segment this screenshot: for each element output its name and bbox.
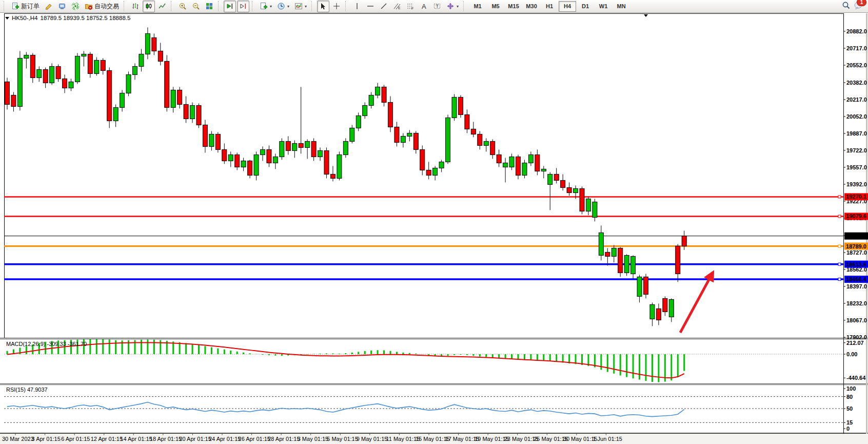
candle-body [280, 141, 284, 157]
ohlc-bars-icon [131, 2, 140, 10]
timeframe-button-m5[interactable]: M5 [487, 1, 504, 12]
line-handle[interactable] [838, 278, 841, 281]
period-button[interactable]: ▾ [275, 1, 291, 12]
fibonacci-tool-button[interactable]: F [404, 1, 417, 12]
candle-body [94, 60, 99, 73]
candle-body [337, 155, 342, 178]
gold-crayon-icon [45, 2, 53, 10]
candle-body [215, 134, 220, 149]
cursor-tool-button[interactable] [317, 1, 329, 12]
candle-body [50, 66, 54, 83]
candle-body [363, 105, 367, 115]
candle-body [292, 143, 297, 150]
candle-body [5, 82, 10, 104]
candle-body [548, 174, 553, 184]
candle-body [350, 128, 354, 141]
new-order-button[interactable]: 新订单 [9, 1, 42, 12]
candle-body [420, 149, 425, 170]
candle-body [88, 54, 92, 73]
candle-body [299, 143, 303, 147]
time-axis-label: 24 Apr 01:15 [209, 436, 241, 442]
axis-label: 19392.0 [846, 181, 867, 187]
axis-label: 0.00 [846, 351, 857, 357]
collapse-triangle-icon[interactable] [5, 17, 9, 20]
timeframe-button-m30[interactable]: M30 [523, 1, 540, 12]
time-axis-label: 5 May 01:15 [327, 436, 358, 442]
candle-body [599, 233, 603, 255]
equidistant-channel-tool-button[interactable]: E [391, 1, 403, 12]
line-chart-type-button[interactable] [156, 1, 168, 12]
time-axis-label: 20 Apr 01:15 [179, 436, 211, 442]
blue-terminal-icon [58, 2, 66, 10]
candle-body [43, 69, 48, 83]
timeframe-button-mn[interactable]: MN [613, 1, 630, 12]
candle-body [318, 150, 323, 157]
notifications-button[interactable]: 1 [854, 1, 863, 12]
horizontal-line-icon [366, 2, 374, 10]
candle-body [113, 107, 118, 121]
indicators-button[interactable]: ▾ [292, 1, 309, 12]
new-order-icon [11, 2, 19, 10]
timeframe-button-m1[interactable]: M1 [469, 1, 486, 12]
candle-body [407, 133, 412, 136]
crosshair-tool-button[interactable] [330, 1, 343, 12]
chart-window[interactable]: HK50-,H4 18789.5 18939.5 18752.5 18888.5… [0, 13, 868, 444]
chart-shift-marker-icon[interactable] [644, 14, 648, 17]
axis-label: 20052.0 [846, 113, 867, 120]
line-handle[interactable] [838, 215, 841, 218]
time-axis-label: 11 May 01:15 [386, 436, 420, 442]
timeframe-button-d1[interactable]: D1 [577, 1, 594, 12]
template-doc-icon [260, 2, 268, 10]
candle-body [452, 97, 457, 118]
chart-canvas[interactable]: 20882.020717.020552.020382.020217.020052… [0, 13, 868, 444]
axis-label: 212.07 [846, 340, 864, 346]
cursor-icon [319, 2, 327, 10]
line-handle[interactable] [838, 245, 841, 247]
arrows-tool-button[interactable]: ▾ [444, 1, 461, 12]
metaeditor-button[interactable] [43, 1, 55, 12]
candle-body [554, 174, 559, 180]
candle-body [413, 133, 418, 149]
indicators-icon [294, 2, 303, 10]
terminal-button[interactable] [56, 1, 68, 12]
text-tool-button[interactable]: A [418, 1, 430, 12]
candle-body [343, 141, 348, 155]
axis-label: 20882.0 [846, 28, 867, 34]
candle-body [17, 58, 22, 106]
candle-body [273, 157, 278, 163]
new-order-label: 新订单 [21, 2, 40, 11]
search-icon[interactable] [842, 1, 851, 12]
candle-body [228, 155, 233, 161]
candle-body [503, 163, 508, 167]
templates-button[interactable]: ▾ [258, 1, 274, 12]
timeframe-button-h1[interactable]: H1 [541, 1, 558, 12]
vertical-line-tool-button[interactable] [351, 1, 363, 12]
zoom-in-icon [179, 2, 187, 10]
horizontal-line-tool-button[interactable] [364, 1, 377, 12]
timeframe-button-h4[interactable]: H4 [559, 1, 576, 12]
tile-windows-button[interactable] [203, 1, 215, 12]
signals-button[interactable] [69, 1, 82, 12]
macd-label: MACD(12,26,9) -309.33 -361.70 [6, 341, 87, 347]
candle-body [69, 82, 73, 88]
trendline-tool-button[interactable] [378, 1, 390, 12]
line-handle[interactable] [838, 196, 841, 198]
line-handle[interactable] [838, 263, 841, 265]
candle-body [561, 180, 565, 187]
candle-body [522, 163, 527, 175]
zoom-in-button[interactable] [176, 1, 189, 12]
axis-label: 18888.5 [846, 233, 866, 239]
candle-body [611, 248, 616, 256]
signal-waves-icon [71, 2, 80, 10]
text-label-tool-button[interactable]: T [431, 1, 443, 12]
bar-chart-type-button[interactable] [129, 1, 142, 12]
timeframe-button-m15[interactable]: M15 [505, 1, 522, 12]
zoom-out-button[interactable] [190, 1, 202, 12]
candle-body [458, 97, 463, 114]
clock-icon [277, 2, 285, 10]
candlestick-type-button[interactable] [143, 1, 155, 12]
chart-shift-button[interactable] [237, 1, 249, 12]
autotrading-button[interactable]: 自动交易 [83, 1, 121, 12]
timeframe-button-w1[interactable]: W1 [595, 1, 612, 12]
auto-scroll-button[interactable] [224, 1, 236, 12]
